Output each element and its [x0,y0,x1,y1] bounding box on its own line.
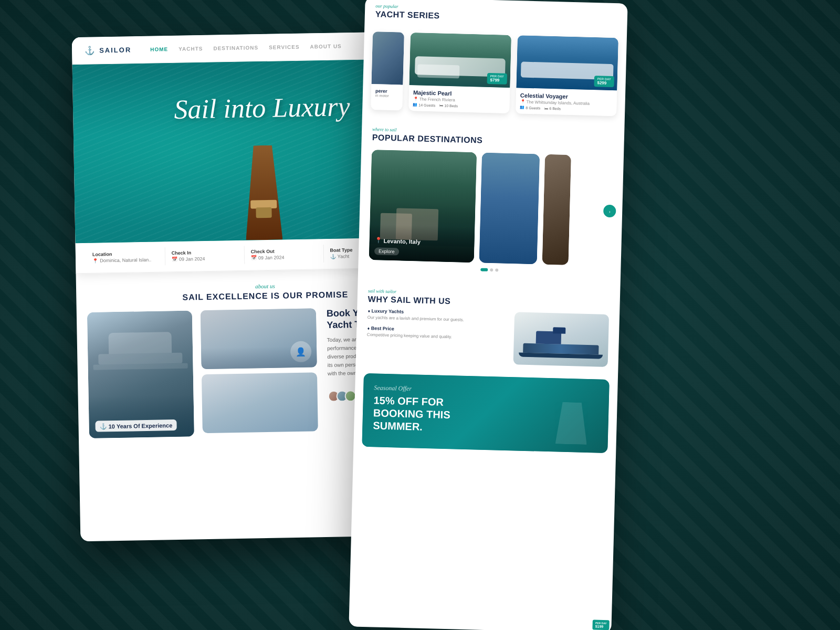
majestic-pearl-info: Majestic Pearl 📍 The French Riviera 👥 14… [408,85,510,113]
dest-levanto-label: 📍 Levanto, Italy Explore [369,224,475,262]
logo-text: SAILOR [99,46,131,54]
nav-services[interactable]: SERVICES [269,44,300,50]
majestic-price-badge: PER DAY $799 [487,73,507,85]
beds-icon: 🛏 [439,103,443,107]
dot-2[interactable] [490,268,493,271]
boat-icon: ⚓ [330,254,336,259]
nav-about[interactable]: ABOUT US [310,43,341,49]
calendar-icon: 📅 [172,257,177,262]
beds-spec: 🛏 10 Beds [439,103,458,108]
location-value: 📍 Dominica, Natural Islan.. [92,257,159,264]
dest-card-second[interactable] [479,153,540,265]
nav-home[interactable]: HOME [150,46,168,52]
years-label: Years Of Experience [117,422,173,429]
location-field[interactable]: Location 📍 Dominica, Natural Islan.. [86,247,165,267]
avatar-group [328,390,356,402]
about-cards-right: 👤 [201,308,318,436]
checkin-field[interactable]: Check In 📅 09 Jan 2024 [165,246,245,266]
seasonal-offer-title: 15% OFF FORBOOKING THISSUMMER. [373,394,598,437]
destinations-section: where to sail POPULAR DESTINATIONS 📍 Lev… [358,118,625,288]
celestial-voyager-info: Celestial Voyager 📍 The Whitsunday Islan… [516,88,617,116]
yacht-series-section: our popular YACHT SERIES [365,0,628,26]
carousel-dots [369,265,610,279]
guests-icon: 👥 [413,102,417,107]
destinations-next-button[interactable]: › [603,205,616,218]
logo[interactable]: ⚓ SAILOR [85,45,131,56]
secondary-browser-window: our popular YACHT SERIES PER DAY $199 pe… [349,0,627,630]
why-yacht-image [513,312,610,367]
years-badge: ⚓ 10 Years Of Experience [95,419,176,432]
yacht-card-partial[interactable]: PER DAY $199 perer m motor [371,32,404,111]
checkin-label: Check In [172,249,238,256]
hero-boat-illustration [231,134,296,240]
yacht-card-celestial-voyager[interactable]: PER DAY $299 Celestial Voyager 📍 The Whi… [516,35,618,116]
checkin-value: 📅 09 Jan 2024 [172,256,238,262]
pin-icon: 📍 [92,258,98,264]
beds2-spec: 🛏 6 Beds [544,106,561,111]
seasonal-offer-section: Seasonal Offer 15% OFF FORBOOKING THISSU… [362,373,610,453]
partial-yacht-info: perer m motor [371,84,403,102]
guests2-icon: 👥 [520,105,524,109]
why-item-price: ⬧ Best Price Competitive pricing keeping… [367,326,508,341]
calendar2-icon: 📅 [251,255,257,260]
dest-card-levanto[interactable]: 📍 Levanto, Italy Explore [369,150,477,262]
destination-cards: 📍 Levanto, Italy Explore › [369,150,613,266]
checkout-label: Check Out [251,248,317,254]
yacht-cards-row: PER DAY $199 perer m motor PER DAY $799 [362,26,627,125]
why-text: ⬧ Luxury Yachts Our yachts are a lavish … [366,308,509,364]
anchor-years-icon: ⚓ [99,423,107,429]
ocean-view-card [202,372,318,433]
why-sail-section: sail with sailor WHY SAIL WITH US ⬧ Luxu… [355,280,620,374]
dot-3[interactable] [495,268,498,271]
beds2-icon: 🛏 [544,106,548,110]
nav-destinations[interactable]: DESTINATIONS [213,45,258,51]
checkout-field[interactable]: Check Out 📅 09 Jan 2024 [244,245,323,264]
pin3-icon: 📍 [374,237,382,244]
dest-explore-btn[interactable]: Explore [374,247,399,255]
yacht-card-majestic-pearl[interactable]: PER DAY $799 Majestic Pearl 📍 The French… [408,33,511,113]
celestial-price-badge: PER DAY $299 [594,76,614,87]
why-item-luxury: ⬧ Luxury Yachts Our yachts are a lavish … [368,308,509,324]
deck-view-card: 👤 [201,308,317,369]
anchor-icon: ⚓ [85,46,96,56]
celestial-voyager-image: PER DAY $299 [516,35,618,90]
yacht-aerial-card: ⚓ 10 Years Of Experience [87,310,194,438]
majestic-pearl-image: PER DAY $799 [409,33,511,88]
why-content: ⬧ Luxury Yachts Our yachts are a lavish … [366,308,609,367]
partial-desc: m motor [375,93,398,98]
dest-card-third[interactable] [542,154,571,265]
dot-1[interactable] [480,268,488,271]
location-label: Location [92,251,159,257]
location-pin-icon: 📍 [413,97,418,101]
guests2-spec: 👥 8 Guests [520,105,540,110]
nav-links: HOME YACHTS DESTINATIONS SERVICES ABOUT … [150,43,377,52]
dest-levanto-name: 📍 Levanto, Italy [374,237,469,246]
checkout-value: 📅 09 Jan 2024 [251,254,317,260]
nav-yachts[interactable]: YACHTS [178,46,203,52]
guests-spec: 👥 14 Guests [413,102,435,107]
location-pin2-icon: 📍 [520,99,526,104]
